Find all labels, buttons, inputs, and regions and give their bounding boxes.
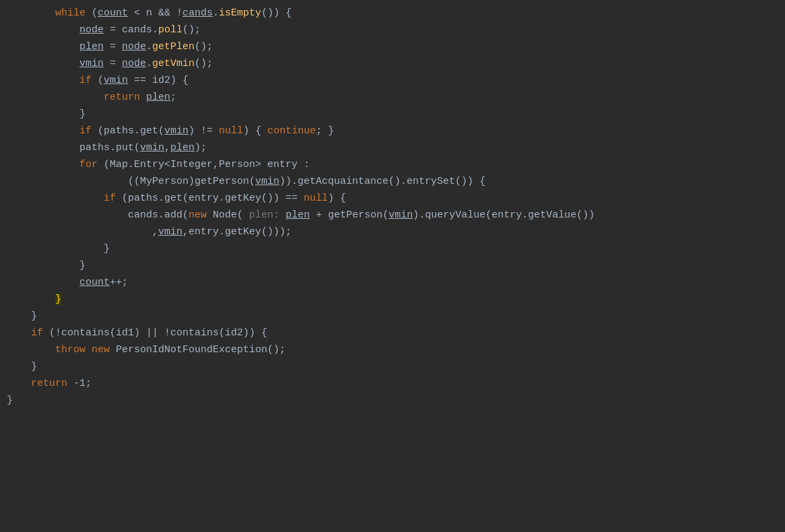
token-fn: poll <box>158 24 182 36</box>
line-content: } <box>0 241 110 257</box>
token-var: count <box>98 7 128 19</box>
token-new-kw: new <box>92 344 110 356</box>
token-continue-kw: continue <box>267 125 316 137</box>
token-white: < n && ! <box>128 7 182 19</box>
token-fn: getPlen <box>152 41 195 53</box>
token-kw: if <box>79 75 92 86</box>
token-white: ); <box>195 142 207 154</box>
token-null-kw: null <box>219 125 243 137</box>
code-line: ((MyPerson)getPerson(vmin)).getAcquainta… <box>0 174 785 191</box>
token-white: -1; <box>67 378 92 389</box>
code-editor: while (count < n && !cands.isEmpty()) { … <box>0 0 785 532</box>
token-var: node <box>122 41 146 53</box>
code-line: plen = node.getPlen(); <box>0 39 785 56</box>
token-white: ) { <box>328 193 346 204</box>
token-white: = <box>104 24 122 36</box>
token-var: vmin <box>255 176 279 187</box>
token-bracket-highlight: } <box>55 294 61 305</box>
token-return-kw: return <box>31 378 67 389</box>
code-line: node = cands.poll(); <box>0 22 785 39</box>
line-content: } <box>0 292 61 308</box>
token-white: (); <box>195 58 213 69</box>
code-line: if (paths.get(vmin) != null) { continue;… <box>0 123 785 140</box>
code-line: } <box>0 106 785 123</box>
token-white: ((MyPerson)getPerson( <box>128 176 255 187</box>
token-white: . <box>146 58 152 69</box>
token-white <box>140 92 146 103</box>
token-white: + getPerson( <box>310 209 388 221</box>
line-content: } <box>0 359 37 375</box>
code-line: vmin = node.getVmin(); <box>0 56 785 73</box>
line-content: throw new PersonIdNotFoundException(); <box>0 342 285 358</box>
code-line: cands.add(new Node( plen: plen + getPers… <box>0 207 785 224</box>
code-line: for (Map.Entry<Integer,Person> entry : <box>0 157 785 174</box>
line-content: } <box>0 308 37 325</box>
line-content: node = cands.poll(); <box>0 22 201 38</box>
line-content: ,vmin,entry.getKey())); <box>0 224 292 240</box>
token-kw: for <box>79 159 98 170</box>
token-white: } <box>104 243 110 255</box>
token-white: } <box>31 361 37 372</box>
token-kw: if <box>79 125 92 137</box>
token-white: Node( <box>207 209 249 221</box>
token-white: ()) { <box>261 7 292 19</box>
line-content: } <box>0 393 13 409</box>
token-var: vmin <box>104 75 128 86</box>
token-return-kw: return <box>104 92 140 103</box>
code-line: } <box>0 359 785 376</box>
line-content: if (vmin == id2) { <box>0 73 189 89</box>
token-white: (); <box>195 41 213 53</box>
token-white: ,entry.getKey())); <box>182 226 292 238</box>
token-var: vmin <box>140 142 164 154</box>
token-white: ( <box>92 75 104 86</box>
token-white: (paths.get( <box>92 125 164 137</box>
token-white: = <box>104 58 122 69</box>
token-white: ) != <box>189 125 219 137</box>
code-line: return -1; <box>0 376 785 393</box>
token-white: ) { <box>243 125 267 137</box>
code-line: if (paths.get(entry.getKey()) == null) { <box>0 191 785 207</box>
token-var: vmin <box>79 58 104 69</box>
token-kw: if <box>31 327 43 339</box>
line-content: } <box>0 258 86 274</box>
code-line: ,vmin,entry.getKey())); <box>0 224 785 241</box>
token-var-plain: cands <box>128 209 158 221</box>
code-line: } <box>0 292 785 308</box>
code-line: if (!contains(id1) || !contains(id2)) { <box>0 325 785 342</box>
code-line: count++; <box>0 275 785 292</box>
line-content: for (Map.Entry<Integer,Person> entry : <box>0 157 310 173</box>
token-var: node <box>79 24 104 36</box>
token-white: ).queryValue(entry.getValue()) <box>413 209 594 221</box>
token-var: plen <box>146 92 170 103</box>
code-line: if (vmin == id2) { <box>0 73 785 90</box>
token-white: paths.put( <box>79 142 140 154</box>
token-white: . <box>146 41 152 53</box>
token-var: plen <box>170 142 195 154</box>
code-line: paths.put(vmin,plen); <box>0 140 785 157</box>
line-content: while (count < n && !cands.isEmpty()) { <box>0 5 292 22</box>
token-white: (!contains(id1) || !contains(id2)) { <box>43 327 267 339</box>
token-throw-kw: throw <box>55 344 86 356</box>
token-white <box>86 344 92 356</box>
line-content: ((MyPerson)getPerson(vmin)).getAcquainta… <box>0 174 485 190</box>
token-white: (); <box>182 24 201 36</box>
token-white: } <box>31 310 37 322</box>
token-white: . <box>213 7 219 19</box>
token-kw: while <box>55 7 86 19</box>
line-content: } <box>0 106 86 123</box>
token-white: PersonIdNotFoundException(); <box>110 344 285 356</box>
code-line: } <box>0 308 785 325</box>
token-white: ++; <box>110 277 128 288</box>
token-var: count <box>79 277 110 288</box>
code-line: } <box>0 258 785 275</box>
token-var: cands <box>182 7 213 19</box>
line-content: cands.add(new Node( plen: plen + getPers… <box>0 207 594 224</box>
token-white: ( <box>86 7 98 19</box>
token-white: , <box>152 226 158 238</box>
token-var: plen <box>285 209 310 221</box>
token-var: vmin <box>388 209 413 221</box>
token-white: .add( <box>158 209 189 221</box>
token-white: )).getAcquaintance().entrySet()) { <box>279 176 485 187</box>
line-content: paths.put(vmin,plen); <box>0 140 207 156</box>
token-white: == id2) { <box>128 75 189 86</box>
